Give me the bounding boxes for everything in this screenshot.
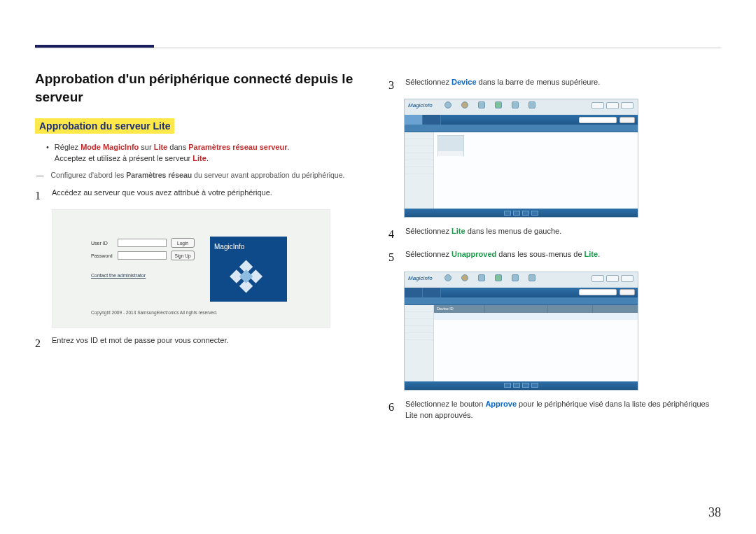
login-button[interactable]: Login [171,238,195,248]
sidebar-item[interactable] [405,139,433,146]
lite-term: Lite [192,154,206,162]
list-header-col [593,305,638,313]
header-button[interactable] [606,275,619,282]
tab[interactable] [405,115,423,125]
sidebar-item[interactable] [405,167,433,174]
header-button[interactable] [621,102,634,109]
device-caption [438,151,463,156]
header-button[interactable] [621,275,634,282]
sidebar-item[interactable] [405,153,433,160]
device-card[interactable] [438,135,464,156]
brand-banner: MagicInfo [210,237,287,256]
top-icon[interactable] [460,101,470,111]
page-button[interactable] [522,383,529,388]
signup-button[interactable]: Sign Up [171,251,195,260]
copyright-text: Copyright 2009 - 2013 SamsungElectronics… [91,310,218,315]
sidebar-item[interactable] [405,312,433,319]
pagination-bar [405,381,638,390]
list-header-col: Device ID [434,305,485,313]
search-button[interactable] [620,117,635,123]
top-icon[interactable] [460,274,470,284]
mode-magicinfo: Mode MagicInfo [80,143,139,151]
lite-term: Lite [154,143,168,151]
step-text: Sélectionnez le bouton [405,400,485,408]
top-icon[interactable] [493,101,503,111]
page-button[interactable] [513,383,520,388]
step-2: 2 Entrez vos ID et mot de passe pour vou… [35,335,368,351]
bullet-line2: Acceptez et utilisez à présent le serveu… [55,154,192,162]
top-icon[interactable] [510,101,520,111]
search-input[interactable] [579,117,617,123]
top-icon[interactable] [510,274,520,284]
top-icon[interactable] [527,274,537,284]
page-button[interactable] [531,383,538,388]
device-thumbnail [438,136,463,151]
main-content [434,132,638,209]
step-text: Entrez vos ID et mot de passe pour vous … [52,335,368,351]
top-icon-row [443,274,537,284]
sidebar-item[interactable] [405,333,433,340]
header-button[interactable] [592,102,604,109]
sidebar-item[interactable] [405,160,433,167]
top-icon[interactable] [493,274,503,284]
step-text: Sélectionnez [405,250,451,258]
header-button[interactable] [606,102,619,109]
header-divider [35,48,721,48]
app-logo: MagicInfo [408,275,433,281]
contact-admin-link[interactable]: Contact the administrator [91,273,203,278]
sidebar-item[interactable] [405,319,433,326]
params-term: Paramètres réseau serveur [188,143,287,151]
search-input[interactable] [579,289,617,295]
top-icon[interactable] [477,101,486,111]
top-icon[interactable] [443,101,453,111]
header-right-buttons [592,102,634,109]
tab[interactable] [423,288,441,297]
page-button[interactable] [513,211,520,216]
userid-input[interactable] [118,239,167,247]
step-4: 4 Sélectionnez Lite dans les menus de ga… [388,226,721,242]
step-text: Sélectionnez [405,78,451,86]
brand-graphic [210,256,287,302]
step-text: . [598,250,600,258]
app-logo: MagicInfo [408,102,433,108]
top-icon[interactable] [443,274,453,284]
password-input[interactable] [118,251,167,260]
note-bold: Paramètres réseau [126,171,192,179]
top-icon-row [443,101,537,111]
top-icon[interactable] [477,274,486,284]
list-header-col [548,305,593,313]
step-text: Accédez au serveur que vous avez attribu… [52,188,368,204]
approve-term: Approve [485,400,517,408]
sidebar-item[interactable] [405,146,433,153]
tab[interactable] [423,115,441,125]
sidebar-item[interactable] [405,132,433,139]
second-bar [405,125,638,132]
step-text: Sélectionnez [405,227,451,235]
sidebar [405,305,434,381]
top-icon[interactable] [527,101,537,111]
sidebar [405,132,434,209]
header-button[interactable] [592,275,604,282]
page-button[interactable] [504,211,511,216]
sidebar-item[interactable] [405,326,433,333]
unapproved-term: Unapproved [451,250,496,258]
bullet-text: dans [167,143,188,151]
note-text: Configurez d'abord les [51,171,127,179]
device-term: Device [451,78,476,86]
step-3: 3 Sélectionnez Device dans la barre de m… [388,77,721,93]
page-button[interactable] [531,211,538,216]
userid-label: User ID [91,241,118,246]
sidebar-item[interactable] [405,305,433,312]
tab[interactable] [405,288,423,297]
step-6: 6 Sélectionnez le bouton Approve pour le… [388,399,721,421]
password-label: Password [91,253,118,258]
svg-rect-4 [239,269,253,283]
section-subtitle: Approbation du serveur Lite [35,118,174,134]
page-button[interactable] [504,383,511,388]
app-screenshot-2: MagicInfo [404,272,638,391]
page-button[interactable] [522,211,529,216]
step-5: 5 Sélectionnez Unapproved dans les sous-… [388,249,721,265]
list-row-selected[interactable] [434,313,638,320]
search-button[interactable] [620,289,635,295]
step-text: dans les sous-menus de [496,250,584,258]
